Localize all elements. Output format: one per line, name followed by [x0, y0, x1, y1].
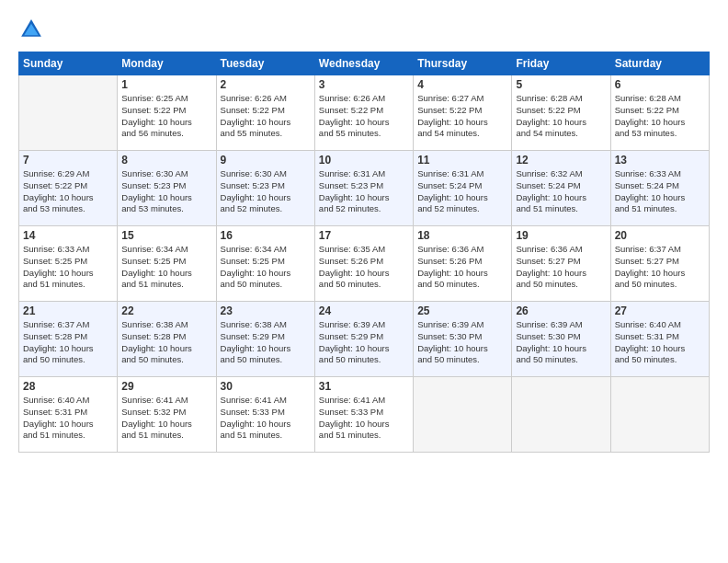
- day-number: 26: [516, 304, 606, 317]
- day-info: Sunrise: 6:37 AM Sunset: 5:28 PM Dayligh…: [23, 319, 113, 366]
- day-info: Sunrise: 6:34 AM Sunset: 5:25 PM Dayligh…: [221, 244, 311, 291]
- day-cell: 2Sunrise: 6:26 AM Sunset: 5:22 PM Daylig…: [216, 75, 314, 151]
- day-number: 10: [319, 154, 409, 167]
- header-cell-saturday: Saturday: [610, 52, 709, 75]
- day-info: Sunrise: 6:31 AM Sunset: 5:24 PM Dayligh…: [417, 168, 507, 215]
- header-cell-wednesday: Wednesday: [314, 52, 413, 75]
- day-info: Sunrise: 6:29 AM Sunset: 5:22 PM Dayligh…: [23, 168, 113, 215]
- day-info: Sunrise: 6:38 AM Sunset: 5:28 PM Dayligh…: [121, 319, 211, 366]
- day-number: 11: [417, 154, 507, 167]
- day-info: Sunrise: 6:40 AM Sunset: 5:31 PM Dayligh…: [23, 395, 113, 442]
- calendar-table: SundayMondayTuesdayWednesdayThursdayFrid…: [18, 52, 710, 453]
- day-number: 30: [221, 380, 311, 393]
- day-info: Sunrise: 6:30 AM Sunset: 5:23 PM Dayligh…: [121, 168, 211, 215]
- day-cell: 8Sunrise: 6:30 AM Sunset: 5:23 PM Daylig…: [118, 151, 216, 226]
- day-info: Sunrise: 6:25 AM Sunset: 5:22 PM Dayligh…: [121, 93, 211, 140]
- week-row-1: 1Sunrise: 6:25 AM Sunset: 5:22 PM Daylig…: [19, 75, 710, 151]
- day-info: Sunrise: 6:28 AM Sunset: 5:22 PM Dayligh…: [615, 93, 705, 140]
- day-cell: 25Sunrise: 6:39 AM Sunset: 5:30 PM Dayli…: [414, 302, 512, 377]
- day-info: Sunrise: 6:31 AM Sunset: 5:23 PM Dayligh…: [319, 168, 409, 215]
- day-info: Sunrise: 6:36 AM Sunset: 5:26 PM Dayligh…: [417, 244, 507, 291]
- week-row-4: 21Sunrise: 6:37 AM Sunset: 5:28 PM Dayli…: [19, 302, 710, 377]
- day-number: 29: [121, 380, 211, 393]
- day-number: 18: [417, 229, 507, 242]
- day-cell: 26Sunrise: 6:39 AM Sunset: 5:30 PM Dayli…: [512, 302, 610, 377]
- day-cell: 10Sunrise: 6:31 AM Sunset: 5:23 PM Dayli…: [314, 151, 413, 226]
- day-cell: 22Sunrise: 6:38 AM Sunset: 5:28 PM Dayli…: [118, 302, 216, 377]
- day-cell: 31Sunrise: 6:41 AM Sunset: 5:33 PM Dayli…: [314, 377, 413, 453]
- day-cell: [512, 377, 610, 453]
- day-number: 20: [615, 229, 705, 242]
- day-cell: 6Sunrise: 6:28 AM Sunset: 5:22 PM Daylig…: [610, 75, 709, 151]
- day-info: Sunrise: 6:26 AM Sunset: 5:22 PM Dayligh…: [221, 93, 311, 140]
- day-number: 27: [615, 304, 705, 317]
- day-cell: 17Sunrise: 6:35 AM Sunset: 5:26 PM Dayli…: [314, 226, 413, 302]
- day-number: 17: [319, 229, 409, 242]
- day-info: Sunrise: 6:40 AM Sunset: 5:31 PM Dayligh…: [615, 319, 705, 366]
- page: SundayMondayTuesdayWednesdayThursdayFrid…: [0, 0, 728, 563]
- day-info: Sunrise: 6:38 AM Sunset: 5:29 PM Dayligh…: [221, 319, 311, 366]
- logo: [18, 17, 48, 42]
- day-cell: 27Sunrise: 6:40 AM Sunset: 5:31 PM Dayli…: [610, 302, 709, 377]
- day-info: Sunrise: 6:30 AM Sunset: 5:23 PM Dayligh…: [221, 168, 311, 215]
- day-cell: 20Sunrise: 6:37 AM Sunset: 5:27 PM Dayli…: [610, 226, 709, 302]
- day-cell: 30Sunrise: 6:41 AM Sunset: 5:33 PM Dayli…: [216, 377, 314, 453]
- day-cell: 21Sunrise: 6:37 AM Sunset: 5:28 PM Dayli…: [19, 302, 118, 377]
- day-cell: [19, 75, 118, 151]
- day-cell: 4Sunrise: 6:27 AM Sunset: 5:22 PM Daylig…: [414, 75, 512, 151]
- day-number: 12: [516, 154, 606, 167]
- header: [18, 17, 710, 42]
- day-cell: 14Sunrise: 6:33 AM Sunset: 5:25 PM Dayli…: [19, 226, 118, 302]
- day-number: 9: [221, 154, 311, 167]
- header-cell-thursday: Thursday: [414, 52, 512, 75]
- logo-icon: [18, 17, 44, 42]
- day-cell: 28Sunrise: 6:40 AM Sunset: 5:31 PM Dayli…: [19, 377, 118, 453]
- day-number: 3: [319, 78, 409, 91]
- day-number: 8: [121, 154, 211, 167]
- day-number: 25: [417, 304, 507, 317]
- day-cell: 24Sunrise: 6:39 AM Sunset: 5:29 PM Dayli…: [314, 302, 413, 377]
- day-number: 23: [221, 304, 311, 317]
- day-info: Sunrise: 6:37 AM Sunset: 5:27 PM Dayligh…: [615, 244, 705, 291]
- day-number: 21: [23, 304, 113, 317]
- day-info: Sunrise: 6:32 AM Sunset: 5:24 PM Dayligh…: [516, 168, 606, 215]
- day-cell: 15Sunrise: 6:34 AM Sunset: 5:25 PM Dayli…: [118, 226, 216, 302]
- day-cell: 11Sunrise: 6:31 AM Sunset: 5:24 PM Dayli…: [414, 151, 512, 226]
- day-info: Sunrise: 6:39 AM Sunset: 5:30 PM Dayligh…: [417, 319, 507, 366]
- day-number: 1: [121, 78, 211, 91]
- day-cell: 18Sunrise: 6:36 AM Sunset: 5:26 PM Dayli…: [414, 226, 512, 302]
- day-info: Sunrise: 6:39 AM Sunset: 5:30 PM Dayligh…: [516, 319, 606, 366]
- day-info: Sunrise: 6:33 AM Sunset: 5:24 PM Dayligh…: [615, 168, 705, 215]
- day-number: 2: [221, 78, 311, 91]
- week-row-3: 14Sunrise: 6:33 AM Sunset: 5:25 PM Dayli…: [19, 226, 710, 302]
- day-info: Sunrise: 6:26 AM Sunset: 5:22 PM Dayligh…: [319, 93, 409, 140]
- day-cell: 23Sunrise: 6:38 AM Sunset: 5:29 PM Dayli…: [216, 302, 314, 377]
- day-cell: 13Sunrise: 6:33 AM Sunset: 5:24 PM Dayli…: [610, 151, 709, 226]
- day-info: Sunrise: 6:35 AM Sunset: 5:26 PM Dayligh…: [319, 244, 409, 291]
- day-number: 28: [23, 380, 113, 393]
- day-cell: 29Sunrise: 6:41 AM Sunset: 5:32 PM Dayli…: [118, 377, 216, 453]
- day-info: Sunrise: 6:41 AM Sunset: 5:32 PM Dayligh…: [121, 395, 211, 442]
- header-row: SundayMondayTuesdayWednesdayThursdayFrid…: [19, 52, 710, 75]
- day-info: Sunrise: 6:41 AM Sunset: 5:33 PM Dayligh…: [319, 395, 409, 442]
- day-info: Sunrise: 6:27 AM Sunset: 5:22 PM Dayligh…: [417, 93, 507, 140]
- day-number: 22: [121, 304, 211, 317]
- day-number: 15: [121, 229, 211, 242]
- day-number: 13: [615, 154, 705, 167]
- day-cell: 12Sunrise: 6:32 AM Sunset: 5:24 PM Dayli…: [512, 151, 610, 226]
- day-info: Sunrise: 6:28 AM Sunset: 5:22 PM Dayligh…: [516, 93, 606, 140]
- day-number: 24: [319, 304, 409, 317]
- day-cell: 19Sunrise: 6:36 AM Sunset: 5:27 PM Dayli…: [512, 226, 610, 302]
- day-number: 16: [221, 229, 311, 242]
- day-info: Sunrise: 6:41 AM Sunset: 5:33 PM Dayligh…: [221, 395, 311, 442]
- day-info: Sunrise: 6:36 AM Sunset: 5:27 PM Dayligh…: [516, 244, 606, 291]
- header-cell-monday: Monday: [118, 52, 216, 75]
- header-cell-tuesday: Tuesday: [216, 52, 314, 75]
- day-info: Sunrise: 6:39 AM Sunset: 5:29 PM Dayligh…: [319, 319, 409, 366]
- day-number: 7: [23, 154, 113, 167]
- day-number: 31: [319, 380, 409, 393]
- day-cell: 3Sunrise: 6:26 AM Sunset: 5:22 PM Daylig…: [314, 75, 413, 151]
- header-cell-sunday: Sunday: [19, 52, 118, 75]
- day-info: Sunrise: 6:34 AM Sunset: 5:25 PM Dayligh…: [121, 244, 211, 291]
- day-cell: 5Sunrise: 6:28 AM Sunset: 5:22 PM Daylig…: [512, 75, 610, 151]
